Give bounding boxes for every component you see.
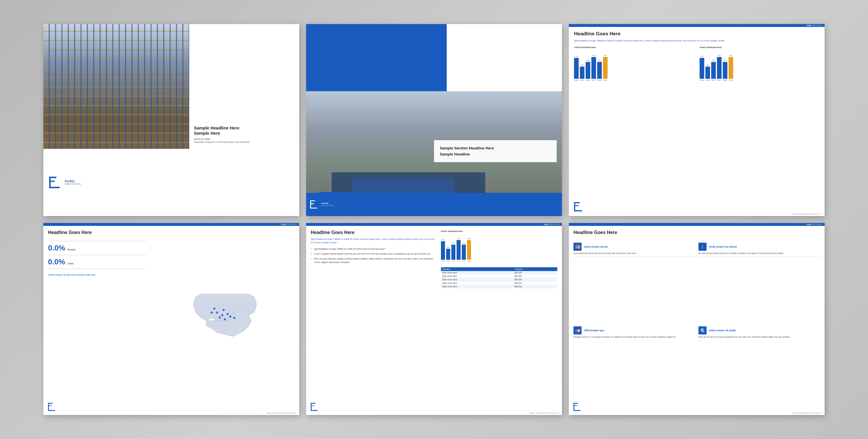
slide3-logo [574, 202, 582, 211]
slide6-headline: Headline Goes Here [574, 230, 820, 235]
chart2-subhead: Chart Subhead here [700, 46, 819, 49]
slide6-feature1: 🏭 Untis nosam sit ate Enis pediamaut rep… [574, 240, 695, 321]
slide5-bar-18: 3.5 [462, 242, 466, 260]
slide3-footer: Highly Confidential & Trade Secret 12 [792, 213, 822, 215]
bar2-2018: 3.5 [723, 60, 727, 79]
slide1-date: Month 00, 0000 [194, 138, 294, 141]
slide5-chart-subhead: Chart Subhead here [441, 230, 557, 233]
svg-point-9 [211, 311, 213, 313]
slide6-features-grid: 🏭 Untis nosam sit ate Enis pediamaut rep… [574, 240, 820, 401]
slide4-map [151, 226, 299, 415]
slide5-topbar: PURE INDUSTRIAL [306, 223, 562, 226]
slide5-bar-15: 2.5 [446, 246, 450, 260]
slide4-brand-industrial: INDUSTRIAL [286, 224, 297, 225]
bar-2017: 4.5 [591, 55, 596, 79]
feature4-text: Maut rep dic tem hit est aut di gniate p… [699, 335, 820, 339]
bar-2014: 4.3 [574, 56, 579, 79]
slide2-headline: Sample Headline [440, 152, 551, 156]
truck-icon: 🚛 [574, 326, 582, 334]
slide4-description: Untis nosam sit ate venis pedia maut rep… [48, 273, 146, 277]
feature3-text: Doluptas iunt em et, ea quatem veninicte… [574, 335, 695, 339]
slide5-body: Igenectatibus et fuga. Hillitat es nobit… [311, 237, 437, 244]
slide4-stat2: 0.0% Untis [48, 258, 146, 266]
slide3-brand-pure: PURE [807, 25, 812, 26]
slide6-feature4: 🏗 Untis nosam sit pedia Maut rep dic tem… [699, 324, 820, 401]
slide1-logo: PURE INDUSTRIAL [49, 177, 82, 188]
svg-point-6 [219, 316, 221, 318]
slide4-headline: Headline Goes Here [48, 230, 146, 235]
slide2-section-headline: Sample Section Headline Here [440, 146, 551, 151]
table-row: Topic Goes Here $00,000. [441, 278, 557, 282]
slide4-topbar: PURE INDUSTRIAL [43, 223, 299, 226]
feature3-title: Officiendam que [584, 329, 604, 332]
slide5-footer: Highly Confidential & Trade Secret 13 [529, 412, 559, 414]
north-america-map [154, 289, 296, 352]
slide-2-section-cover: Sample Section Headline Here Sample Head… [306, 24, 562, 216]
slide-5-bullets-chart: PURE INDUSTRIAL Headline Goes Here Igene… [306, 223, 562, 415]
feature2-title: Ande prepel ma dolum [709, 245, 737, 248]
logo-text: PURE INDUSTRIAL [65, 179, 82, 186]
slide4-left: Headline Goes Here 0.0% Nosam 0.0% Untis… [43, 226, 151, 415]
slide6-footer: Highly Confidential & Trade Secret 16 [792, 412, 822, 414]
slide4-divider2 [48, 255, 146, 255]
slide1-headline1: Sample Headline Here [194, 125, 294, 130]
slide5-bar-14: 4.3 [441, 239, 445, 260]
feature2-icon-row: ↑ Ande prepel ma dolum [699, 243, 820, 251]
slide2-logo-pure: PURE [321, 202, 335, 205]
slide5-chart-labels: 14 15 16 17 18 19 [441, 260, 557, 262]
bar2-2014: 4.3 [700, 56, 704, 79]
bar2-2017: 4.5 [717, 55, 722, 79]
slide6-logo [574, 401, 820, 411]
bar-2016: 3.5 [586, 60, 590, 79]
slide-6-features: PURE INDUSTRIAL Headline Goes Here 🏭 Unt… [569, 223, 825, 415]
slide1-acquisition: Acquisition to August 31, 2018 $CAD (unl… [194, 141, 294, 143]
feature4-icon-row: 🏗 Untis nosam sit pedia [699, 326, 820, 334]
slide-4-map-stats: PURE INDUSTRIAL Headline Goes Here 0.0% … [43, 223, 299, 415]
chart1-subhead: Chart Subhead here [574, 46, 694, 49]
slide1-content: Sample Headline Here Sample Here Month 0… [189, 24, 299, 149]
svg-point-3 [229, 315, 231, 317]
svg-point-1 [221, 314, 223, 316]
svg-point-0 [216, 311, 218, 313]
slide4-brand-pure: PURE [281, 224, 286, 225]
slide5-bar-17: 4.5 [457, 238, 461, 260]
slide4-footer: Highly Confidential & Trade Secret 15 [267, 412, 296, 414]
svg-point-2 [226, 313, 228, 315]
slide5-table: Category Category Topic Goes Here $00,00… [441, 267, 557, 288]
slide5-chart: 4.3 2.5 3.5 4.5 3.5 4.5 [441, 237, 557, 260]
slide3-charts-row: Chart Subhead here 4.3 2.5 3.5 4.5 3.5 4… [574, 46, 819, 81]
svg-point-7 [222, 309, 224, 311]
table-row: Topic Goes Here $00,000. [441, 274, 557, 278]
feature2-divider [699, 257, 820, 257]
slide6-feature2: ↑ Ande prepel ma dolum Am adit aut lant … [699, 240, 820, 321]
slide3-body: Igenectatibus et fuga. Hillitat es nobit… [574, 39, 819, 42]
slide5-logo [311, 403, 437, 411]
table-row: Topic Goes Here $00,000. [441, 282, 557, 285]
svg-point-8 [213, 308, 215, 310]
logo-p-icon [49, 177, 60, 188]
bar-2018: 3.5 [597, 60, 602, 79]
bar-q19: 4.5 [603, 55, 608, 79]
slide3-chart1: Chart Subhead here 4.3 2.5 3.5 4.5 3.5 4… [574, 46, 694, 81]
slide4-logo [48, 399, 146, 411]
table-header-2: Category [513, 267, 557, 271]
slides-grid: Sample Headline Here Sample Here Month 0… [43, 24, 825, 415]
crane-icon: 🏗 [699, 326, 707, 334]
slide1-footer: PURE INDUSTRIAL [43, 149, 299, 216]
slide2-text-overlay: Sample Section Headline Here Sample Head… [434, 140, 557, 162]
feature4-title: Untis nosam sit pedia [709, 329, 736, 332]
slide-1-cover: Sample Headline Here Sample Here Month 0… [43, 24, 299, 216]
slide3-chart2: Chart Subhead here 4.3 2.5 3.5 4.5 3.5 4… [700, 46, 819, 81]
bar2-q19: 4.5 [728, 55, 733, 79]
slide1-headline2: Sample Here [194, 130, 294, 136]
slide5-left: Headline Goes Here Igenectatibus et fuga… [311, 230, 437, 411]
slide5-bullet3: Eos rerumqu iateniet, solupti onsequo ip… [311, 257, 437, 264]
bar2-2015: 2.5 [705, 64, 710, 79]
feature1-title: Untis nosam sit ate [584, 245, 608, 248]
slide5-right: Chart Subhead here 4.3 2.5 3.5 4.5 3.5 4… [441, 230, 557, 411]
table-header-1: Category [441, 267, 514, 271]
slide5-bar-16: 3.5 [452, 242, 456, 260]
slide3-headline: Headline Goes Here [574, 31, 819, 37]
bar-2015: 2.5 [580, 64, 585, 79]
feature3-icon-row: 🚛 Officiendam que [574, 326, 695, 334]
